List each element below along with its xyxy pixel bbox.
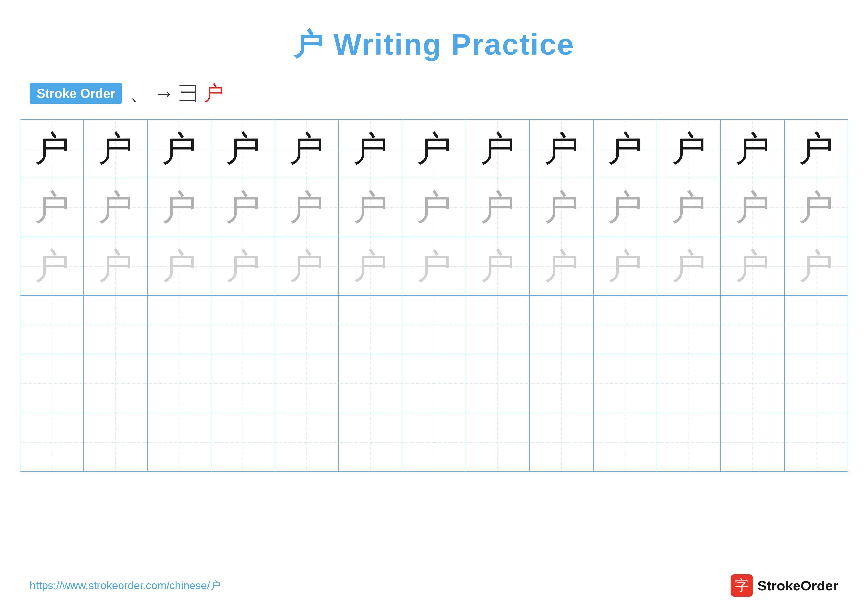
grid-cell[interactable]: 户 — [466, 237, 530, 295]
grid-cell[interactable] — [721, 354, 784, 413]
grid-cell[interactable]: 户 — [148, 178, 211, 236]
grid-cell[interactable]: 户 — [211, 237, 275, 295]
grid-cell[interactable] — [148, 354, 211, 413]
stroke-1: 、 — [130, 80, 149, 107]
grid-cell[interactable] — [784, 354, 848, 413]
grid-cell[interactable] — [784, 296, 848, 354]
grid-cell[interactable] — [594, 354, 657, 413]
grid-cell[interactable] — [211, 296, 275, 354]
grid-cell[interactable] — [594, 296, 657, 354]
grid-cell[interactable]: 户 — [594, 237, 657, 295]
grid-cell[interactable] — [657, 296, 721, 354]
grid-cell[interactable]: 户 — [275, 178, 339, 236]
grid-cell[interactable] — [657, 354, 721, 413]
grid-row-2: 户 户 户 户 户 户 户 户 户 户 户 户 户 — [20, 178, 848, 237]
grid-cell[interactable]: 户 — [657, 178, 721, 236]
grid-cell[interactable] — [84, 413, 147, 471]
grid-cell[interactable]: 户 — [466, 120, 530, 178]
stroke-4: 户 — [204, 80, 224, 107]
grid-cell[interactable] — [275, 354, 339, 413]
grid-cell[interactable]: 户 — [339, 120, 402, 178]
grid-cell[interactable] — [84, 354, 147, 413]
grid-cell[interactable]: 户 — [784, 237, 848, 295]
grid-cell[interactable]: 户 — [657, 237, 721, 295]
footer: https://www.strokeorder.com/chinese/户 字 … — [30, 574, 838, 597]
grid-cell[interactable]: 户 — [84, 237, 147, 295]
footer-url[interactable]: https://www.strokeorder.com/chinese/户 — [30, 578, 221, 593]
grid-cell[interactable]: 户 — [20, 178, 84, 236]
grid-cell[interactable] — [784, 413, 848, 471]
grid-cell[interactable]: 户 — [402, 178, 466, 236]
grid-cell[interactable] — [148, 413, 211, 471]
grid-cell[interactable]: 户 — [594, 178, 657, 236]
grid-row-3: 户 户 户 户 户 户 户 户 户 户 户 户 户 — [20, 237, 848, 296]
grid-row-1: 户 户 户 户 户 户 户 户 户 户 户 户 户 — [20, 120, 848, 178]
grid-cell[interactable]: 户 — [84, 178, 147, 236]
grid-cell[interactable]: 户 — [530, 178, 594, 236]
grid-row-5 — [20, 354, 848, 413]
grid-cell[interactable]: 户 — [530, 237, 594, 295]
grid-cell[interactable]: 户 — [339, 178, 402, 236]
grid-cell[interactable] — [20, 296, 84, 354]
grid-cell[interactable]: 户 — [721, 120, 784, 178]
page-title: 户 Writing Practice — [0, 25, 868, 65]
grid-cell[interactable] — [466, 296, 530, 354]
practice-grid: 户 户 户 户 户 户 户 户 户 户 户 户 户 户 户 户 户 户 户 户 … — [20, 119, 848, 472]
strokeorder-logo-text: StrokeOrder — [757, 578, 838, 594]
grid-cell[interactable]: 户 — [20, 120, 84, 178]
grid-cell[interactable]: 户 — [211, 120, 275, 178]
grid-cell[interactable] — [402, 296, 466, 354]
grid-cell[interactable]: 户 — [466, 178, 530, 236]
grid-cell[interactable] — [402, 354, 466, 413]
grid-cell[interactable]: 户 — [784, 120, 848, 178]
grid-cell[interactable] — [657, 413, 721, 471]
stroke-sequence: 、 → 彐 户 — [130, 80, 224, 107]
grid-cell[interactable] — [148, 296, 211, 354]
grid-cell[interactable] — [211, 354, 275, 413]
grid-cell[interactable]: 户 — [275, 237, 339, 295]
grid-cell[interactable] — [84, 296, 147, 354]
stroke-2: → — [154, 82, 174, 105]
grid-cell[interactable]: 户 — [657, 120, 721, 178]
grid-cell[interactable]: 户 — [275, 120, 339, 178]
grid-cell[interactable] — [20, 413, 84, 471]
grid-cell[interactable] — [530, 354, 594, 413]
grid-cell[interactable]: 户 — [148, 120, 211, 178]
grid-cell[interactable]: 户 — [784, 178, 848, 236]
grid-cell[interactable]: 户 — [530, 120, 594, 178]
footer-logo: 字 StrokeOrder — [731, 574, 838, 597]
grid-cell[interactable] — [339, 296, 402, 354]
grid-cell[interactable] — [594, 413, 657, 471]
grid-cell[interactable]: 户 — [402, 237, 466, 295]
grid-cell[interactable]: 户 — [402, 120, 466, 178]
grid-cell[interactable] — [721, 296, 784, 354]
grid-cell[interactable] — [20, 354, 84, 413]
grid-cell[interactable]: 户 — [339, 237, 402, 295]
grid-cell[interactable]: 户 — [20, 237, 84, 295]
grid-cell[interactable] — [275, 413, 339, 471]
page-title-section: 户 Writing Practice — [0, 0, 868, 65]
grid-cell[interactable]: 户 — [721, 178, 784, 236]
grid-cell[interactable]: 户 — [721, 237, 784, 295]
grid-cell[interactable] — [721, 413, 784, 471]
grid-cell[interactable] — [275, 296, 339, 354]
grid-cell[interactable]: 户 — [148, 237, 211, 295]
stroke-order-badge: Stroke Order — [30, 83, 122, 104]
grid-cell[interactable] — [339, 413, 402, 471]
grid-cell[interactable]: 户 — [84, 120, 147, 178]
grid-cell[interactable] — [530, 413, 594, 471]
stroke-3: 彐 — [179, 80, 199, 107]
stroke-order-section: Stroke Order 、 → 彐 户 — [0, 80, 868, 107]
grid-row-4 — [20, 296, 848, 354]
grid-cell[interactable] — [211, 413, 275, 471]
grid-cell[interactable]: 户 — [594, 120, 657, 178]
grid-cell[interactable] — [466, 354, 530, 413]
grid-cell[interactable] — [339, 354, 402, 413]
grid-cell[interactable]: 户 — [211, 178, 275, 236]
grid-row-6 — [20, 413, 848, 471]
grid-cell[interactable] — [466, 413, 530, 471]
grid-cell[interactable] — [530, 296, 594, 354]
grid-cell[interactable] — [402, 413, 466, 471]
strokeorder-logo-icon: 字 — [731, 574, 753, 597]
